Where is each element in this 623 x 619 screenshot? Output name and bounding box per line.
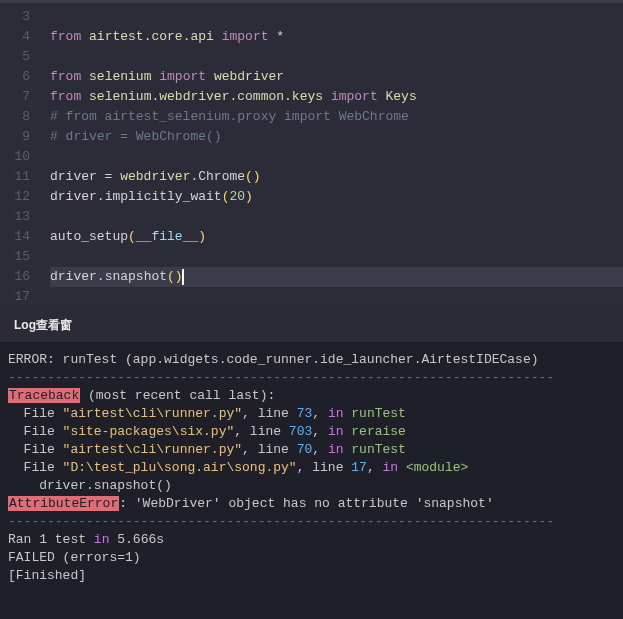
log-line: AttributeError: 'WebDriver' object has n… xyxy=(8,495,615,513)
code-editor[interactable]: 34567891011121314151617 from airtest.cor… xyxy=(0,1,623,309)
code-line[interactable]: driver.snapshot() xyxy=(50,267,623,287)
frame-line: 703 xyxy=(289,424,312,439)
frame-file: "airtest\cli\runner.py" xyxy=(63,406,242,421)
code-line[interactable]: # from airtest_selenium.proxy import Web… xyxy=(50,107,623,127)
line-number: 14 xyxy=(0,227,30,247)
log-line: driver.snapshot() xyxy=(8,477,615,495)
line-number: 7 xyxy=(0,87,30,107)
frame-file: "site-packages\six.py" xyxy=(63,424,235,439)
log-panel-title: Log查看窗 xyxy=(14,318,72,332)
frame-in-kw: in xyxy=(382,460,398,475)
log-line: File "D:\test_plu\song.air\song.py", lin… xyxy=(8,459,615,477)
frame-in-kw: in xyxy=(328,442,344,457)
line-number: 3 xyxy=(0,7,30,27)
frame-code: driver.snapshot() xyxy=(8,478,172,493)
line-number: 12 xyxy=(0,187,30,207)
code-line[interactable] xyxy=(50,207,623,227)
code-line[interactable] xyxy=(50,287,623,307)
frame-func: reraise xyxy=(351,424,406,439)
code-line[interactable] xyxy=(50,147,623,167)
frame-func: <module> xyxy=(406,460,468,475)
code-line[interactable]: driver = webdriver.Chrome() xyxy=(50,167,623,187)
frame-file: "D:\test_plu\song.air\song.py" xyxy=(63,460,297,475)
traceback-label: Traceback xyxy=(8,388,80,403)
line-gutter: 34567891011121314151617 xyxy=(0,3,40,309)
line-number: 17 xyxy=(0,287,30,307)
log-panel-header: Log查看窗 xyxy=(0,309,623,343)
code-line[interactable]: auto_setup(__file__) xyxy=(50,227,623,247)
log-output[interactable]: ERROR: runTest (app.widgets.code_runner.… xyxy=(0,343,623,619)
frame-in-kw: in xyxy=(328,406,344,421)
code-line[interactable] xyxy=(50,47,623,67)
line-number: 13 xyxy=(0,207,30,227)
frame-func: runTest xyxy=(351,406,406,421)
frame-in-kw: in xyxy=(328,424,344,439)
log-failed: FAILED (errors=1) xyxy=(8,550,141,565)
editor-tab-indicator xyxy=(0,0,623,1)
code-line[interactable]: from selenium import webdriver xyxy=(50,67,623,87)
line-number: 6 xyxy=(0,67,30,87)
line-number: 16 xyxy=(0,267,30,287)
log-line: [Finished] xyxy=(8,567,615,585)
code-line[interactable]: from selenium.webdriver.common.keys impo… xyxy=(50,87,623,107)
code-area[interactable]: from airtest.core.api import *from selen… xyxy=(40,3,623,309)
log-error: ERROR: runTest (app.widgets.code_runner.… xyxy=(8,352,539,367)
log-line: Ran 1 test in 5.666s xyxy=(8,531,615,549)
code-line[interactable]: driver.implicitly_wait(20) xyxy=(50,187,623,207)
code-line[interactable] xyxy=(50,247,623,267)
log-line: FAILED (errors=1) xyxy=(8,549,615,567)
log-line: File "airtest\cli\runner.py", line 70, i… xyxy=(8,441,615,459)
frame-line: 70 xyxy=(297,442,313,457)
line-number: 15 xyxy=(0,247,30,267)
log-line: Traceback (most recent call last): xyxy=(8,387,615,405)
frame-func: runTest xyxy=(351,442,406,457)
cursor xyxy=(182,269,184,285)
log-line: File "site-packages\six.py", line 703, i… xyxy=(8,423,615,441)
attribute-error-label: AttributeError xyxy=(8,496,119,511)
code-line[interactable]: from airtest.core.api import * xyxy=(50,27,623,47)
code-line[interactable] xyxy=(50,7,623,27)
log-line: ----------------------------------------… xyxy=(8,513,615,531)
code-line[interactable]: # driver = WebChrome() xyxy=(50,127,623,147)
line-number: 8 xyxy=(0,107,30,127)
log-finished: [Finished] xyxy=(8,568,86,583)
line-number: 9 xyxy=(0,127,30,147)
frame-file: "airtest\cli\runner.py" xyxy=(63,442,242,457)
frame-line: 17 xyxy=(351,460,367,475)
log-line: ERROR: runTest (app.widgets.code_runner.… xyxy=(8,351,615,369)
line-number: 5 xyxy=(0,47,30,67)
log-line: File "airtest\cli\runner.py", line 73, i… xyxy=(8,405,615,423)
log-line: ----------------------------------------… xyxy=(8,369,615,387)
line-number: 11 xyxy=(0,167,30,187)
line-number: 4 xyxy=(0,27,30,47)
line-number: 10 xyxy=(0,147,30,167)
frame-line: 73 xyxy=(297,406,313,421)
